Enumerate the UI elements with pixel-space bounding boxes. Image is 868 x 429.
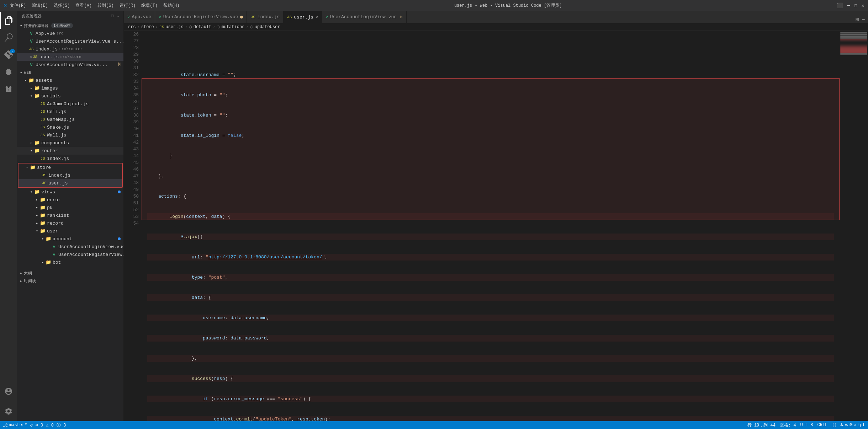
activity-debug[interactable] bbox=[0, 63, 17, 80]
tab-register-vue[interactable]: V UserAccountRegisterView.vue bbox=[155, 11, 247, 23]
minimize-icon[interactable]: — bbox=[847, 2, 850, 9]
close-icon[interactable]: ✕ bbox=[862, 2, 864, 9]
menu-run[interactable]: 运行(R) bbox=[120, 2, 136, 9]
activity-explorer[interactable] bbox=[0, 12, 17, 29]
js-file-icon: JS bbox=[41, 181, 47, 185]
file-encoding[interactable]: UTF-8 bbox=[800, 423, 813, 428]
file-login-vue[interactable]: V UserAccountLoginView.vue M bbox=[17, 243, 123, 251]
git-branch-status[interactable]: ⎇ master* bbox=[3, 423, 27, 428]
menu-file[interactable]: 文件(F) bbox=[10, 2, 26, 9]
file-acgameobject[interactable]: JS AcGameObject.js bbox=[17, 100, 123, 108]
breadcrumb-sep: › bbox=[246, 25, 248, 30]
file-store-user[interactable]: JS user.js bbox=[18, 179, 122, 187]
tab-app-vue[interactable]: V App.vue bbox=[124, 11, 155, 23]
minimap-line bbox=[840, 42, 867, 42]
menu-view[interactable]: 查看(V) bbox=[75, 2, 92, 9]
tab-label: App.vue bbox=[132, 14, 152, 20]
folder-assets[interactable]: ▸ 📁 assets bbox=[17, 76, 123, 84]
menu-edit[interactable]: 编辑(E) bbox=[32, 2, 48, 9]
breadcrumb-file[interactable]: user.js bbox=[165, 25, 183, 30]
modified-badge: M bbox=[118, 62, 121, 67]
open-editors-header[interactable]: ▾ 打开的编辑器 1个未保存 bbox=[17, 22, 123, 30]
activity-account[interactable] bbox=[0, 383, 17, 400]
open-editor-login-vue[interactable]: V UserAccountLoginView.vu... M bbox=[17, 61, 123, 69]
breadcrumb-updateuser[interactable]: updateUser bbox=[255, 25, 280, 30]
code-line-37: data: { bbox=[147, 294, 834, 301]
outline-header[interactable]: ▸ 大纲 bbox=[17, 269, 123, 277]
file-gamemap[interactable]: JS GameMap.js bbox=[17, 116, 123, 123]
file-router-index[interactable]: JS index.js bbox=[17, 155, 123, 162]
activity-git[interactable]: 2 bbox=[0, 46, 17, 63]
tab-user-js[interactable]: JS user.js ✕ bbox=[284, 11, 322, 23]
chevron-down-icon: ▾ bbox=[28, 190, 34, 194]
folder-pk[interactable]: ▸ 📁 pk bbox=[17, 204, 123, 211]
code-editor[interactable]: state.username = ""; state.photo = ""; s… bbox=[142, 31, 840, 421]
breadcrumb-mutations[interactable]: mutations bbox=[221, 25, 244, 30]
breadcrumb-default[interactable]: default bbox=[194, 25, 211, 30]
folder-error[interactable]: ▸ 📁 error bbox=[17, 196, 123, 204]
folder-images[interactable]: ▸ 📁 images bbox=[17, 84, 123, 92]
file-snake[interactable]: JS Snake.js bbox=[17, 123, 123, 131]
file-cell[interactable]: JS Cell.js bbox=[17, 108, 123, 116]
new-file-icon[interactable]: □ bbox=[111, 14, 114, 18]
line-ending[interactable]: CRLF bbox=[817, 423, 828, 428]
vue-file-icon: V bbox=[51, 244, 57, 250]
folder-icon: 📁 bbox=[34, 85, 40, 91]
code-line-40: }, bbox=[147, 355, 834, 362]
menu-select[interactable]: 选择(S) bbox=[54, 2, 70, 9]
open-editor-app-vue[interactable]: V App.vue src bbox=[17, 30, 123, 37]
editor-layout-controls: ⊞ ⋯ bbox=[853, 16, 868, 23]
errors-status[interactable]: ⊗ 0 bbox=[36, 423, 43, 428]
code-line-34: $.ajax({ bbox=[147, 234, 834, 240]
web-label: WEB bbox=[24, 70, 31, 75]
layout-icon[interactable]: ⬛ bbox=[837, 2, 843, 9]
tab-login-vue[interactable]: V UserAccountLoginView.vue M bbox=[322, 11, 406, 23]
warnings-status[interactable]: ⚠ 0 bbox=[46, 423, 54, 428]
folder-views[interactable]: ▾ 📁 views bbox=[17, 188, 123, 196]
folder-bot[interactable]: ▸ 📁 bot bbox=[17, 258, 123, 266]
folder-router[interactable]: ▾ 📁 router bbox=[17, 147, 123, 155]
folder-record[interactable]: ▸ 📁 record bbox=[17, 219, 123, 227]
file-wall[interactable]: JS Wall.js bbox=[17, 131, 123, 139]
language-mode[interactable]: {} JavaScript bbox=[832, 423, 865, 428]
tab-index-js[interactable]: JS index.js bbox=[247, 11, 284, 23]
code-line-36: type: "post", bbox=[147, 274, 834, 281]
menu-goto[interactable]: 转到(G) bbox=[97, 2, 114, 9]
folder-store[interactable]: ▾ 📁 store bbox=[18, 163, 122, 171]
menu-terminal[interactable]: 终端(T) bbox=[141, 2, 158, 9]
editor-area[interactable]: 26 27 28 29 30 31 32 33 34 35 36 37 38 3… bbox=[124, 31, 868, 421]
open-editor-register-vue[interactable]: V UserAccountRegisterView.vue s... bbox=[17, 37, 123, 45]
indent-spaces[interactable]: 空格: 4 bbox=[780, 422, 796, 428]
web-folder-header[interactable]: ▾ WEB bbox=[17, 69, 123, 76]
activity-search[interactable] bbox=[0, 29, 17, 46]
folder-scripts[interactable]: ▾ 📁 scripts bbox=[17, 92, 123, 100]
breadcrumb-store[interactable]: store bbox=[141, 25, 154, 30]
split-editor-icon[interactable]: ⊞ bbox=[856, 16, 859, 23]
file-store-index[interactable]: JS index.js bbox=[18, 171, 122, 179]
sync-status[interactable]: ↺ bbox=[30, 423, 32, 428]
folder-ranklist[interactable]: ▸ 📁 ranklist bbox=[17, 211, 123, 219]
maximize-icon[interactable]: ❐ bbox=[854, 2, 857, 9]
folder-label: account bbox=[53, 236, 72, 242]
breadcrumb-src[interactable]: src bbox=[128, 25, 136, 30]
breadcrumb: src › store › JS user.js › ⬡ default › ⬡… bbox=[124, 23, 868, 31]
tab-close-icon[interactable]: ✕ bbox=[316, 15, 318, 20]
folder-account[interactable]: ▾ 📁 account bbox=[17, 235, 123, 243]
more-actions-icon[interactable]: ⋯ bbox=[862, 16, 865, 23]
open-editor-user-js[interactable]: ✕ JS user.js src\store bbox=[17, 53, 123, 61]
info-status[interactable]: ⓘ 3 bbox=[57, 422, 66, 428]
file-register-vue[interactable]: V UserAccountRegisterView.vue bbox=[17, 251, 123, 258]
timeline-header[interactable]: ▸ 时间线 bbox=[17, 277, 123, 285]
activity-extensions[interactable] bbox=[0, 80, 17, 97]
cursor-position[interactable]: 行 19，列 44 bbox=[747, 422, 776, 428]
file-label: Wall.js bbox=[47, 133, 67, 138]
open-editor-index-js[interactable]: JS index.js src\router bbox=[17, 45, 123, 53]
folder-icon: 📁 bbox=[46, 236, 51, 242]
activity-settings[interactable] bbox=[0, 403, 17, 420]
new-folder-icon[interactable]: ⋯ bbox=[117, 14, 119, 18]
close-editor-icon[interactable]: ✕ bbox=[30, 55, 32, 59]
folder-user[interactable]: ▾ 📁 user bbox=[17, 227, 123, 235]
minimap-line bbox=[840, 44, 867, 44]
folder-components[interactable]: ▸ 📁 components bbox=[17, 139, 123, 147]
menu-help[interactable]: 帮助(H) bbox=[163, 2, 180, 9]
